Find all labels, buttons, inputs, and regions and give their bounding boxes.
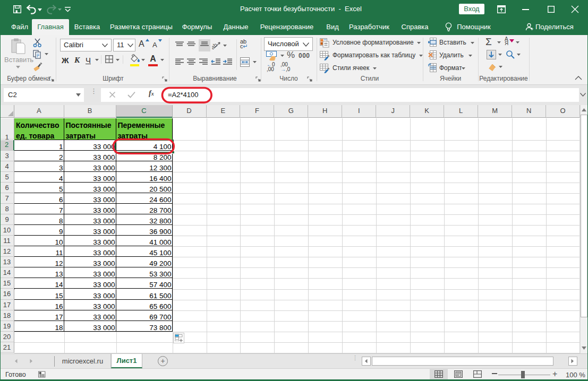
svg-text:ab: ab bbox=[212, 41, 218, 50]
